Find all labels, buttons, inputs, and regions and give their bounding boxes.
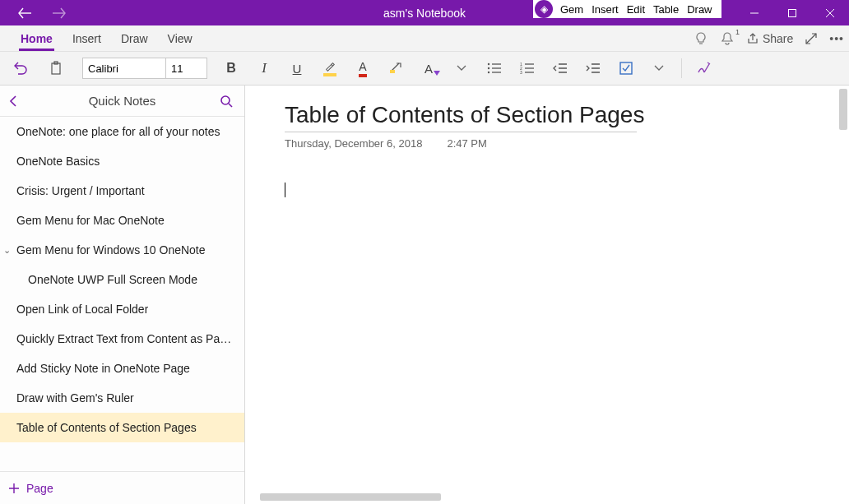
page-list-item[interactable]: Crisis: Urgent / Important: [0, 176, 244, 206]
add-page-button[interactable]: Page: [0, 471, 244, 504]
titlebar: asm's Notebook ◈ Gem Insert Edit Table D…: [0, 0, 849, 25]
gem-menu-table[interactable]: Table: [649, 3, 683, 16]
bullet-list-button[interactable]: [480, 56, 508, 81]
page-list-label: Open Link of Local Folder: [16, 303, 148, 316]
page-canvas[interactable]: Table of Contents of Section Pages Thurs…: [245, 86, 849, 504]
page-list-item[interactable]: Draw with Gem's Ruler: [0, 383, 244, 413]
formatting-toolbar: B I U A A 123: [0, 52, 849, 86]
font-selector: [82, 58, 207, 79]
add-page-label: Page: [26, 482, 53, 495]
svg-rect-3: [390, 70, 395, 73]
bold-button[interactable]: B: [217, 56, 245, 81]
gem-icon[interactable]: ◈: [535, 0, 553, 18]
page-list-item[interactable]: ⌄Gem Menu for Windows 10 OneNote: [0, 235, 244, 265]
page-list-item[interactable]: Quickly Extract Text from Content as Pag…: [0, 324, 244, 354]
fullscreen-icon[interactable]: [805, 32, 818, 45]
styles-button[interactable]: A: [415, 56, 443, 81]
share-button[interactable]: Share: [746, 32, 793, 45]
page-list-item[interactable]: OneNote: one place for all of your notes: [0, 117, 244, 146]
page-sidebar: Quick Notes OneNote: one place for all o…: [0, 86, 245, 504]
ribbon-tabs: Home Insert Draw View Share •••: [0, 25, 849, 52]
page-list-item[interactable]: Open Link of Local Folder: [0, 294, 244, 324]
svg-point-5: [488, 67, 489, 69]
chevron-down-icon[interactable]: ⌄: [3, 245, 11, 256]
highlight-button[interactable]: [316, 56, 344, 81]
page-list-item[interactable]: OneNote UWP Full Screen Mode: [0, 265, 244, 294]
vertical-scrollbar[interactable]: [839, 89, 847, 130]
undo-button[interactable]: [7, 56, 35, 81]
page-list-label: Add Sticky Note in OneNote Page: [16, 362, 190, 375]
page-list-label: Gem Menu for Mac OneNote: [16, 214, 165, 227]
page-list-item[interactable]: Table of Contents of Section Pages: [0, 413, 244, 442]
italic-button[interactable]: I: [250, 56, 278, 81]
page-list-label: Draw with Gem's Ruler: [16, 391, 134, 405]
svg-rect-10: [620, 62, 632, 74]
clear-formatting-button[interactable]: [382, 56, 410, 81]
svg-point-11: [221, 96, 230, 104]
share-label: Share: [763, 32, 793, 45]
title-underline: [285, 132, 637, 132]
page-meta: Thursday, December 6, 2018 2:47 PM: [285, 137, 849, 150]
dropdown-icon[interactable]: [448, 56, 476, 81]
tab-home[interactable]: Home: [11, 25, 63, 52]
more-icon[interactable]: •••: [829, 32, 844, 45]
numbered-list-button[interactable]: 123: [513, 56, 541, 81]
horizontal-scrollbar[interactable]: [260, 493, 441, 501]
svg-text:3: 3: [520, 70, 522, 74]
tab-draw[interactable]: Draw: [111, 25, 158, 52]
notification-icon[interactable]: [720, 31, 735, 46]
gem-label[interactable]: Gem: [556, 3, 587, 16]
outdent-button[interactable]: [546, 56, 574, 81]
page-list: OneNote: one place for all of your notes…: [0, 117, 244, 471]
svg-rect-1: [52, 63, 60, 74]
gem-menu-draw[interactable]: Draw: [683, 3, 716, 16]
page-list-label: OneNote Basics: [16, 155, 100, 168]
main-area: Quick Notes OneNote: one place for all o…: [0, 86, 849, 504]
page-date[interactable]: Thursday, December 6, 2018: [285, 137, 422, 150]
clipboard-button[interactable]: [39, 56, 72, 81]
window-title: asm's Notebook: [0, 7, 849, 20]
search-icon[interactable]: [220, 95, 233, 108]
page-title[interactable]: Table of Contents of Section Pages: [285, 102, 849, 128]
gem-menu-insert[interactable]: Insert: [587, 3, 623, 16]
page-list-item[interactable]: Gem Menu for Mac OneNote: [0, 206, 244, 235]
tags-dropdown-icon[interactable]: [645, 56, 673, 81]
sidebar-back-icon[interactable]: [8, 95, 18, 107]
svg-point-4: [488, 63, 489, 65]
font-size-input[interactable]: [165, 58, 206, 78]
page-time[interactable]: 2:47 PM: [447, 137, 486, 150]
tab-view[interactable]: View: [158, 25, 202, 52]
ribbon-right-controls: Share •••: [694, 25, 844, 52]
tab-insert[interactable]: Insert: [63, 25, 111, 52]
sidebar-title: Quick Notes: [89, 94, 156, 108]
gem-menu-bar: ◈ Gem Insert Edit Table Draw: [533, 0, 721, 18]
lightbulb-icon[interactable]: [694, 31, 708, 46]
gem-menu-edit[interactable]: Edit: [623, 3, 649, 16]
page-list-item[interactable]: Add Sticky Note in OneNote Page: [0, 354, 244, 383]
text-cursor: [285, 183, 285, 197]
page-list-label: OneNote: one place for all of your notes: [16, 125, 220, 138]
font-color-button[interactable]: A: [349, 56, 377, 81]
page-list-label: Crisis: Urgent / Important: [16, 184, 145, 197]
page-list-item[interactable]: OneNote Basics: [0, 146, 244, 176]
indent-button[interactable]: [579, 56, 607, 81]
ink-button[interactable]: [690, 56, 718, 81]
svg-point-6: [488, 72, 489, 73]
todo-tag-button[interactable]: [612, 56, 640, 81]
page-content: Table of Contents of Section Pages Thurs…: [245, 86, 849, 197]
page-list-label: Table of Contents of Section Pages: [16, 421, 197, 434]
page-list-label: Quickly Extract Text from Content as Pag…: [16, 332, 236, 345]
page-list-label: OneNote UWP Full Screen Mode: [28, 273, 197, 286]
font-name-input[interactable]: [83, 58, 165, 78]
toolbar-divider: [681, 58, 682, 78]
sidebar-header: Quick Notes: [0, 86, 244, 117]
page-list-label: Gem Menu for Windows 10 OneNote: [16, 243, 206, 257]
underline-button[interactable]: U: [283, 56, 311, 81]
